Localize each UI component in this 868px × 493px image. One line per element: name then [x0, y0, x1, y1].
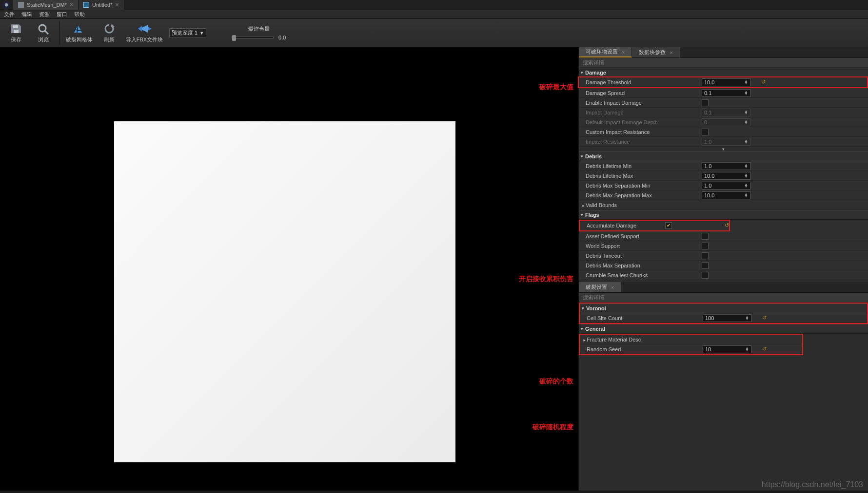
prop-label: World Support: [579, 243, 702, 249]
expand-advanced-damage[interactable]: ▾: [579, 147, 868, 152]
panel-tab-label: 破裂设置: [586, 284, 607, 291]
spinner-icon[interactable]: ▲▼: [744, 91, 748, 95]
prop-label: ▾ Valid Bounds: [579, 202, 702, 208]
chevron-down-icon: ▼: [199, 31, 204, 36]
debris-max-sep-checkbox[interactable]: [702, 262, 709, 269]
section-flags[interactable]: ▾ Flags: [579, 210, 868, 220]
close-icon[interactable]: ×: [670, 50, 672, 56]
chevron-right-icon: ▾: [581, 204, 586, 207]
debris-timeout-checkbox[interactable]: [702, 252, 709, 259]
destructible-icon: [18, 2, 24, 8]
search-placeholder: 搜索详情: [583, 294, 604, 301]
viewport-3d[interactable]: [0, 47, 578, 491]
close-icon[interactable]: ×: [622, 49, 625, 55]
spinner-icon[interactable]: ▲▼: [744, 80, 748, 84]
row-crumble-smallest: Crumble Smallest Chunks: [579, 270, 868, 280]
annotation-random-seed: 破碎随机程度: [533, 423, 573, 432]
spinner-icon[interactable]: ▲▼: [744, 174, 748, 178]
tab-chunk-params[interactable]: 数据块参数 ×: [632, 47, 680, 57]
reset-icon[interactable]: ↺: [762, 346, 767, 352]
debris-lifetime-min-input[interactable]: 1.0▲▼: [702, 162, 750, 170]
section-general[interactable]: ▾ General: [579, 324, 868, 334]
fracture-panel-tabs: 破裂设置 ×: [579, 282, 868, 293]
explode-amount-slider[interactable]: [232, 37, 274, 38]
tab-untitled[interactable]: Untitled* ×: [79, 0, 124, 10]
slider-thumb[interactable]: [232, 35, 236, 41]
damage-threshold-input[interactable]: 10.0▲▼: [702, 78, 750, 86]
world-support-checkbox[interactable]: [702, 243, 709, 249]
chevron-down-icon: ▾: [581, 70, 583, 75]
cell-site-count-input[interactable]: 100▲▼: [703, 314, 751, 322]
app-icon-slot: [0, 0, 13, 10]
spinner-icon[interactable]: ▲▼: [744, 193, 748, 197]
menu-bar: 文件 编辑 资源 窗口 帮助: [0, 10, 868, 19]
section-damage[interactable]: ▾ Damage: [579, 68, 868, 77]
impact-damage-input: 0.1▲▼: [702, 109, 750, 116]
menu-help[interactable]: 帮助: [74, 11, 85, 18]
svg-point-2: [39, 25, 46, 32]
random-seed-input[interactable]: 10▲▼: [703, 345, 751, 353]
spinner-icon[interactable]: ▲▼: [744, 164, 748, 168]
toolbar: 保存 浏览 破裂网格体 刷新 导入FBX文件块 预览深度 1 ▼ 爆炸当量 0.…: [0, 19, 868, 47]
search-details-input[interactable]: 搜索详情: [579, 58, 868, 68]
tab-destructible-settings[interactable]: 可破坏物设置 ×: [579, 47, 632, 57]
ue-logo-icon: [3, 1, 10, 8]
row-fracture-material-desc[interactable]: ▾ Fracture Material Desc: [580, 335, 802, 344]
browse-button[interactable]: 浏览: [30, 20, 57, 46]
tab-label: StaticMesh_DM*: [27, 2, 67, 8]
preview-depth-dropdown[interactable]: 预览深度 1 ▼: [169, 28, 206, 38]
enable-impact-checkbox[interactable]: [702, 99, 709, 106]
tab-label: Untitled*: [92, 2, 113, 8]
reset-icon[interactable]: ↺: [762, 315, 767, 321]
prop-label: Damage Threshold: [579, 79, 702, 85]
row-valid-bounds[interactable]: ▾ Valid Bounds: [579, 200, 868, 210]
row-world-support: World Support: [579, 241, 868, 251]
refresh-button[interactable]: 刷新: [96, 20, 122, 46]
flags-rows: Accumulate Damage ✔ ↺ Asset Defined Supp…: [579, 220, 868, 280]
input-value: 10.0: [704, 173, 714, 179]
row-debris-timeout: Debris Timeout: [579, 251, 868, 261]
import-fbx-button[interactable]: 导入FBX文件块: [123, 20, 165, 46]
custom-impact-res-checkbox[interactable]: [702, 129, 709, 135]
section-debris[interactable]: ▾ Debris: [579, 152, 868, 161]
row-custom-impact-resistance: Custom Impact Resistance: [579, 127, 868, 137]
accumulate-damage-checkbox[interactable]: ✔: [665, 222, 672, 229]
input-value: 1.0: [704, 163, 711, 169]
svg-rect-1: [14, 30, 19, 33]
section-voronoi[interactable]: ▾ Voronoi: [580, 303, 867, 313]
debris-sep-max-input[interactable]: 10.0▲▼: [702, 191, 750, 199]
prop-label: Custom Impact Resistance: [579, 129, 702, 135]
tab-staticmesh-dm[interactable]: StaticMesh_DM* ×: [13, 0, 79, 10]
save-button[interactable]: 保存: [3, 20, 29, 46]
row-impact-resistance: Impact Resistance 1.0▲▼: [579, 137, 868, 147]
debris-sep-min-input[interactable]: 1.0▲▼: [702, 182, 750, 190]
reset-icon[interactable]: ↺: [725, 222, 729, 228]
spinner-icon: ▲▼: [744, 120, 748, 124]
spinner-icon[interactable]: ▲▼: [745, 316, 749, 320]
damage-spread-input[interactable]: 0.1▲▼: [702, 89, 750, 97]
debris-lifetime-max-input[interactable]: 10.0▲▼: [702, 172, 750, 180]
close-icon[interactable]: ×: [70, 1, 73, 8]
svg-line-3: [45, 31, 48, 34]
asset-defined-support-checkbox[interactable]: [702, 233, 709, 240]
menu-file[interactable]: 文件: [4, 11, 15, 18]
menu-edit[interactable]: 编辑: [21, 11, 32, 18]
menu-asset[interactable]: 资源: [39, 11, 50, 18]
tab-fracture-settings[interactable]: 破裂设置 ×: [579, 282, 621, 292]
search-fracture-input[interactable]: 搜索详情: [579, 293, 868, 303]
prop-label: Cell Site Count: [580, 315, 703, 321]
spinner-icon[interactable]: ▲▼: [745, 347, 749, 351]
fracture-mesh-button[interactable]: 破裂网格体: [63, 20, 95, 46]
crumble-checkbox[interactable]: [702, 272, 709, 279]
panel-tab-label: 可破坏物设置: [586, 48, 618, 56]
toolbar-label: 刷新: [104, 36, 115, 43]
prop-label: Asset Defined Support: [579, 233, 702, 239]
section-title: Flags: [585, 212, 599, 218]
reset-icon[interactable]: ↺: [761, 79, 766, 85]
close-icon[interactable]: ×: [611, 284, 614, 290]
row-asset-defined-support: Asset Defined Support: [579, 231, 868, 241]
close-icon[interactable]: ×: [116, 1, 119, 8]
spinner-icon[interactable]: ▲▼: [744, 184, 748, 188]
spinner-icon: ▲▼: [744, 111, 748, 114]
menu-window[interactable]: 窗口: [57, 11, 67, 18]
